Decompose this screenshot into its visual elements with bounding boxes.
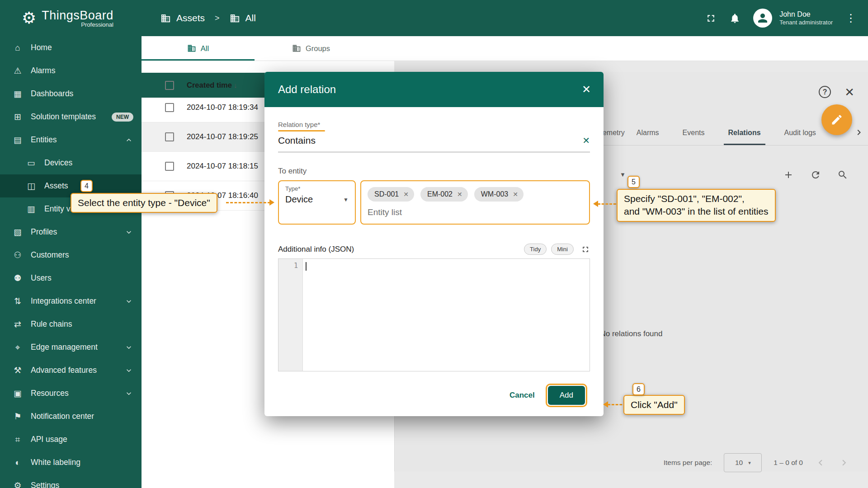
chevron-up-icon <box>124 136 133 145</box>
sidebar-item-resources[interactable]: ▣Resources <box>0 382 142 405</box>
step-4-callout: Select the entity type - "Device" <box>71 193 217 213</box>
entity-chip[interactable]: SD-001 ✕ <box>368 187 414 202</box>
app-logo[interactable]: ⚙ ThingsBoard Professional <box>0 9 142 28</box>
sidebar-item-label: Notification center <box>31 412 133 421</box>
advanced-features-icon: ⚒ <box>12 365 24 375</box>
row-checkbox[interactable] <box>165 103 174 112</box>
help-icon[interactable]: ? <box>819 86 831 98</box>
remove-chip-icon[interactable]: ✕ <box>513 191 518 198</box>
top-header: ⚙ ThingsBoard Professional Assets > All … <box>0 0 868 36</box>
row-checkbox[interactable] <box>165 132 174 141</box>
sidebar-item-entities[interactable]: ▤Entities <box>0 128 142 151</box>
created-time-column-header[interactable]: Created time↓ <box>187 81 237 89</box>
sidebar-item-label: Integrations center <box>31 296 124 306</box>
white-labeling-icon: ◐ <box>12 458 24 468</box>
add-relation-dialog: Add relation ✕ Relation type* Contains ✕… <box>264 72 604 416</box>
step-5-badge: 5 <box>627 176 640 188</box>
tabs-scroll-right-icon[interactable] <box>854 127 864 138</box>
chevron-down-icon <box>124 297 133 306</box>
remove-chip-icon[interactable]: ✕ <box>457 191 462 198</box>
sidebar-item-solution-templates[interactable]: ⊞Solution templatesNEW <box>0 105 142 128</box>
pencil-icon <box>830 113 843 126</box>
clear-relation-type-icon[interactable]: ✕ <box>582 135 590 146</box>
entity-type-select[interactable]: Type* Device ▼ <box>278 180 356 225</box>
avatar[interactable] <box>753 9 772 28</box>
kebab-menu-icon[interactable]: ⋮ <box>845 12 856 24</box>
tidy-button[interactable]: Tidy <box>524 244 547 255</box>
sidebar-item-edge-management[interactable]: ⌖Edge management <box>0 336 142 359</box>
sidebar-item-api-usage[interactable]: ⌗API usage <box>0 428 142 451</box>
dialog-close-icon[interactable]: ✕ <box>582 84 591 95</box>
tab-audit-logs[interactable]: Audit logs <box>773 121 828 145</box>
logo-title: ThingsBoard <box>42 9 113 23</box>
tab-all[interactable]: All <box>142 36 255 61</box>
tab-events[interactable]: Events <box>671 121 717 145</box>
sidebar-item-users[interactable]: ⚉Users <box>0 267 142 290</box>
expand-editor-icon[interactable] <box>581 245 590 254</box>
entity-list-input[interactable]: SD-001 ✕ EM-002 ✕ WM-003 ✕ Entity list <box>360 180 590 225</box>
entity-chip-label: WM-003 <box>481 190 508 198</box>
sidebar-item-white-labeling[interactable]: ◐White labeling <box>0 451 142 474</box>
row-checkbox[interactable] <box>165 162 174 171</box>
assets-icon <box>160 13 171 23</box>
items-per-page-select[interactable]: 10 ▾ <box>724 453 762 472</box>
chevron-down-icon <box>124 228 133 237</box>
entity-chip[interactable]: EM-002 ✕ <box>420 187 468 202</box>
edit-fab-button[interactable] <box>821 104 852 135</box>
entity-list-placeholder: Entity list <box>368 207 583 217</box>
select-all-checkbox[interactable] <box>165 81 174 90</box>
page-next-icon[interactable] <box>838 457 850 469</box>
sidebar-item-notification-center[interactable]: ⚑Notification center <box>0 405 142 428</box>
sidebar-item-label: Settings <box>31 481 133 488</box>
person-icon <box>756 11 769 25</box>
step-6-badge: 6 <box>632 383 645 395</box>
sidebar-item-settings[interactable]: ⚙Settings <box>0 474 142 488</box>
json-editor[interactable]: 1 <box>278 258 590 371</box>
sidebar-item-advanced-features[interactable]: ⚒Advanced features <box>0 359 142 382</box>
search-icon[interactable] <box>837 169 848 180</box>
fullscreen-icon[interactable] <box>705 13 717 24</box>
sidebar-item-devices[interactable]: ▭Devices <box>0 151 142 174</box>
tab-alarms[interactable]: Alarms <box>625 121 671 145</box>
breadcrumb-separator: > <box>215 14 220 23</box>
breadcrumb-section[interactable]: Assets <box>176 13 205 23</box>
relation-type-field[interactable]: Relation type* Contains ✕ <box>278 121 590 152</box>
tab-relations[interactable]: Relations <box>717 121 773 145</box>
editor-content[interactable] <box>303 259 590 371</box>
pagination-range: 1 – 0 of 0 <box>774 459 803 467</box>
breadcrumb-page[interactable]: All <box>245 13 256 23</box>
entity-view-tabs: All Groups <box>142 36 868 61</box>
devices-icon: ▭ <box>25 158 37 168</box>
sidebar-item-profiles[interactable]: ▧Profiles <box>0 221 142 244</box>
notifications-bell-icon[interactable] <box>729 13 741 24</box>
sidebar-item-customers[interactable]: ⚇Customers <box>0 244 142 267</box>
editor-line-number: 1 <box>278 259 303 371</box>
page-prev-icon[interactable] <box>815 457 826 469</box>
settings-gear-icon: ⚙ <box>12 480 24 488</box>
refresh-icon[interactable] <box>810 169 821 180</box>
relation-type-value[interactable]: Contains <box>278 135 582 146</box>
add-button[interactable]: Add <box>548 386 585 405</box>
sidebar-item-label: White labeling <box>31 458 133 467</box>
close-details-icon[interactable]: ✕ <box>844 86 854 98</box>
dialog-header: Add relation ✕ <box>264 72 604 107</box>
sidebar-item-dashboards[interactable]: ▦Dashboards <box>0 82 142 105</box>
mini-button[interactable]: Mini <box>551 244 574 255</box>
direction-filter-caret-icon[interactable]: ▼ <box>620 171 626 178</box>
sidebar-item-alarms[interactable]: ⚠Alarms <box>0 59 142 82</box>
entity-chip[interactable]: WM-003 ✕ <box>474 187 524 202</box>
sidebar-item-home[interactable]: ⌂Home <box>0 36 142 59</box>
remove-chip-icon[interactable]: ✕ <box>403 191 409 198</box>
chevron-down-icon <box>124 343 133 352</box>
sidebar-item-integrations-center[interactable]: ⇅Integrations center <box>0 290 142 313</box>
user-info[interactable]: John Doe Tenant administrator <box>779 10 833 26</box>
add-relation-icon[interactable] <box>783 169 794 180</box>
sidebar-item-label: Resources <box>31 389 124 398</box>
relation-type-label: Relation type* <box>278 121 320 128</box>
sidebar-item-rule-chains[interactable]: ⇄Rule chains <box>0 313 142 336</box>
entities-icon: ▤ <box>12 135 24 145</box>
cancel-button[interactable]: Cancel <box>509 391 535 400</box>
tab-groups[interactable]: Groups <box>255 36 368 61</box>
created-time-cell: 2024-10-07 18:19:25 <box>187 132 258 141</box>
created-time-cell: 2024-10-07 18:18:15 <box>187 162 258 171</box>
